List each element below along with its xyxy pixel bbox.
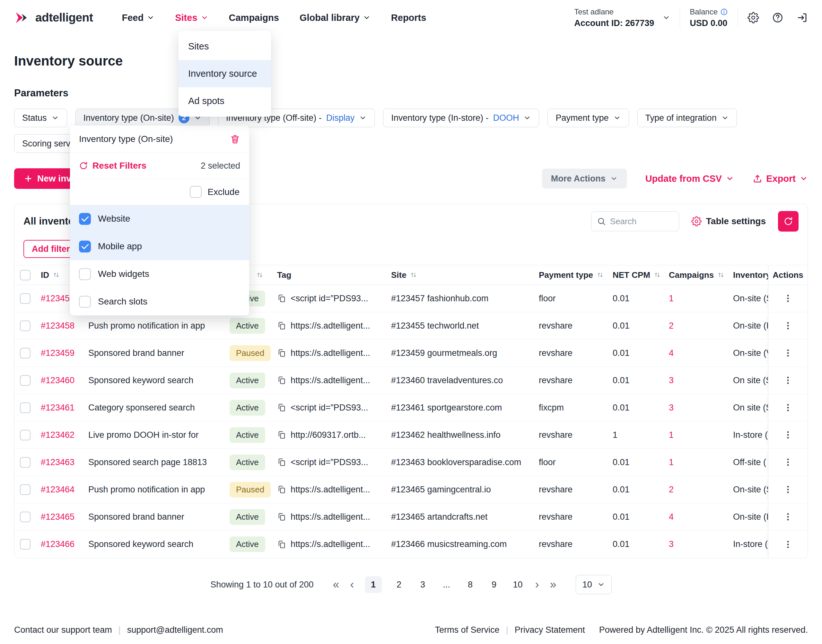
filter-option-search-slots[interactable]: Search slots <box>70 288 249 316</box>
filter-chip-status[interactable]: Status <box>14 109 67 127</box>
help-icon[interactable] <box>772 12 784 23</box>
nav-item-reports[interactable]: Reports <box>391 12 426 23</box>
export-button[interactable]: Export <box>753 173 808 184</box>
filter-chip-type-of-integration[interactable]: Type of integration <box>637 109 737 127</box>
table-settings-button[interactable]: Table settings <box>691 216 766 227</box>
page-next-button[interactable]: › <box>535 579 539 590</box>
menu-item-sites[interactable]: Sites <box>179 33 271 60</box>
row-checkbox[interactable] <box>20 539 31 550</box>
campaigns-link[interactable]: 3 <box>669 403 674 413</box>
checkbox[interactable] <box>79 241 91 253</box>
campaigns-link[interactable]: 2 <box>669 321 674 331</box>
brand-logo[interactable]: adtelligent <box>14 9 93 26</box>
reset-filters-button[interactable]: Reset Filters <box>79 161 146 171</box>
id-link[interactable]: #123458 <box>41 321 75 331</box>
id-link[interactable]: #123457 <box>41 294 75 304</box>
page-prev-button[interactable]: ‹ <box>350 579 354 590</box>
support-email-link[interactable]: support@adtelligent.com <box>127 625 223 635</box>
id-link[interactable]: #123460 <box>41 376 75 385</box>
page-size-select[interactable]: 10 <box>576 575 612 594</box>
sort-icon[interactable] <box>717 271 725 279</box>
row-actions-button[interactable] <box>782 375 793 386</box>
sort-icon[interactable] <box>596 271 604 279</box>
copy-icon[interactable] <box>277 403 286 412</box>
copy-icon[interactable] <box>277 540 286 549</box>
id-link[interactable]: #123462 <box>41 430 75 440</box>
more-actions-button[interactable]: More Actions <box>542 169 627 189</box>
page-9-button[interactable]: 9 <box>488 580 501 590</box>
row-actions-button[interactable] <box>782 402 793 413</box>
copy-icon[interactable] <box>277 458 286 467</box>
campaigns-link[interactable]: 4 <box>669 512 674 522</box>
campaigns-link[interactable]: 3 <box>669 539 674 549</box>
row-checkbox[interactable] <box>20 512 31 522</box>
row-checkbox[interactable] <box>20 485 31 495</box>
filter-option-web-widgets[interactable]: Web widgets <box>70 260 249 288</box>
checkbox[interactable] <box>79 296 91 308</box>
account-menu[interactable]: Test adlane Account ID: 267739 <box>574 8 670 28</box>
campaigns-link[interactable]: 2 <box>669 485 674 495</box>
row-checkbox[interactable] <box>20 293 31 304</box>
privacy-link[interactable]: Privacy Statement <box>515 625 585 635</box>
row-checkbox[interactable] <box>20 457 31 468</box>
update-from-csv-button[interactable]: Update from CSV <box>645 173 734 184</box>
checkbox[interactable] <box>79 268 91 280</box>
page-2-button[interactable]: 2 <box>393 580 406 590</box>
menu-item-inventory-source[interactable]: Inventory source <box>179 60 271 87</box>
exclude-checkbox[interactable] <box>190 186 202 198</box>
nav-item-global-library[interactable]: Global library <box>300 12 370 23</box>
row-checkbox[interactable] <box>20 320 31 331</box>
campaigns-link[interactable]: 1 <box>669 457 674 467</box>
support-link[interactable]: Contact our support team <box>14 625 112 635</box>
row-actions-button[interactable] <box>782 484 793 495</box>
filter-option-website[interactable]: Website <box>70 205 249 233</box>
copy-icon[interactable] <box>277 348 286 357</box>
campaigns-link[interactable]: 1 <box>669 430 674 440</box>
copy-icon[interactable] <box>277 512 286 521</box>
campaigns-link[interactable]: 4 <box>669 348 674 358</box>
refresh-button[interactable] <box>778 211 799 232</box>
info-icon[interactable] <box>720 8 728 16</box>
copy-icon[interactable] <box>277 376 286 385</box>
select-all-checkbox[interactable] <box>20 270 31 281</box>
sort-icon[interactable] <box>654 271 661 279</box>
copy-icon[interactable] <box>277 294 286 303</box>
copy-icon[interactable] <box>277 321 286 330</box>
row-checkbox[interactable] <box>20 375 31 386</box>
id-link[interactable]: #123463 <box>41 457 75 467</box>
page-3-button[interactable]: 3 <box>416 580 429 590</box>
row-actions-button[interactable] <box>782 293 793 304</box>
sort-icon[interactable] <box>256 271 263 279</box>
page-first-button[interactable]: « <box>333 579 340 590</box>
row-actions-button[interactable] <box>782 348 793 359</box>
filter-chip-payment-type[interactable]: Payment type <box>548 109 629 127</box>
row-actions-button[interactable] <box>782 429 793 440</box>
id-link[interactable]: #123461 <box>41 403 75 413</box>
id-link[interactable]: #123464 <box>41 485 75 495</box>
page-last-button[interactable]: » <box>550 579 556 590</box>
row-actions-button[interactable] <box>782 511 793 522</box>
campaigns-link[interactable]: 3 <box>669 376 674 385</box>
id-link[interactable]: #123459 <box>41 348 75 358</box>
row-checkbox[interactable] <box>20 348 31 359</box>
row-checkbox[interactable] <box>20 430 31 440</box>
sort-icon[interactable] <box>52 271 60 279</box>
filter-option-mobile-app[interactable]: Mobile app <box>70 233 249 260</box>
delete-filter-button[interactable] <box>230 134 240 144</box>
id-link[interactable]: #123465 <box>41 512 75 522</box>
nav-item-campaigns[interactable]: Campaigns <box>229 12 279 23</box>
settings-gear-icon[interactable] <box>747 12 759 23</box>
row-actions-button[interactable] <box>782 457 793 468</box>
nav-item-sites[interactable]: Sites <box>175 12 208 23</box>
page-1-button[interactable]: 1 <box>365 576 382 593</box>
copy-icon[interactable] <box>277 485 286 494</box>
filter-chip-inventory-type-in-store[interactable]: Inventory type (In-store) -DOOH <box>383 109 539 127</box>
row-actions-button[interactable] <box>782 320 793 331</box>
campaigns-link[interactable]: 1 <box>669 294 674 304</box>
page-10-button[interactable]: 10 <box>511 580 524 590</box>
id-link[interactable]: #123466 <box>41 539 75 549</box>
signout-icon[interactable] <box>796 12 808 23</box>
page-8-button[interactable]: 8 <box>464 580 477 590</box>
copy-icon[interactable] <box>277 431 286 439</box>
row-actions-button[interactable] <box>782 539 793 550</box>
